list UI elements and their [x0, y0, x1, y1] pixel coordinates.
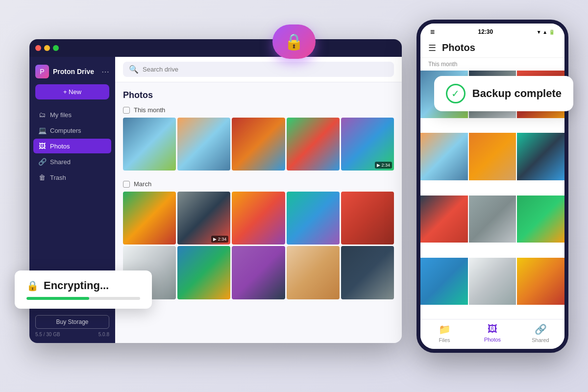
- minimize-dot[interactable]: [44, 45, 50, 51]
- sidebar-label-trash: Trash: [50, 174, 66, 181]
- phone-navbar: 📁 Files 🖼 Photos 🔗 Shared: [420, 319, 564, 349]
- hamburger-icon[interactable]: ☰: [428, 43, 436, 53]
- phone-statusbar: ☰ 12:30 ▼ ▲ 🔋: [420, 24, 564, 38]
- buy-storage-button[interactable]: Buy Storage: [35, 315, 109, 329]
- progress-bar-background: [26, 297, 140, 300]
- photo-cell[interactable]: [341, 246, 394, 299]
- sidebar-label-computers: Computers: [50, 127, 81, 134]
- sidebar-bottom: Buy Storage 5.5 / 30 GB 5.0.8: [29, 309, 115, 343]
- backup-complete-text: Backup complete: [472, 87, 562, 100]
- app-version: 5.0.8: [98, 332, 109, 337]
- encrypting-header: 🔒 Encrypting...: [26, 279, 140, 292]
- apps-grid-icon[interactable]: ⋯: [101, 67, 109, 76]
- computers-icon: 💻: [38, 126, 46, 134]
- close-dot[interactable]: [35, 45, 41, 51]
- phone-photo[interactable]: [469, 133, 516, 180]
- phone-nav-files[interactable]: 📁 Files: [420, 323, 468, 343]
- sidebar-item-trash[interactable]: 🗑 Trash: [33, 170, 111, 185]
- phone-photo[interactable]: [469, 196, 516, 243]
- trash-icon: 🗑: [38, 173, 46, 181]
- sidebar-item-photos[interactable]: 🖼 Photos: [33, 139, 111, 153]
- toolbar: 🔍: [115, 57, 402, 82]
- phone-shared-icon: 🔗: [535, 323, 547, 335]
- photo-cell[interactable]: [287, 118, 340, 171]
- phone-photo[interactable]: [420, 196, 468, 243]
- photo-cell[interactable]: ▶ 2:34: [341, 118, 394, 171]
- signal-battery-icons: ▼ ▲ 🔋: [537, 29, 555, 35]
- march-label: March: [134, 180, 151, 188]
- this-month-header: This month: [123, 106, 394, 114]
- photos-section: Photos This month ▶ 2:34: [115, 82, 402, 343]
- photos-section-title: Photos: [123, 90, 394, 100]
- phone-files-icon: 📁: [439, 323, 451, 335]
- sidebar-label-photos: Photos: [50, 143, 70, 150]
- phone-photo[interactable]: [420, 133, 468, 180]
- sidebar-item-computers[interactable]: 💻 Computers: [33, 123, 111, 138]
- titlebar: [29, 39, 402, 57]
- maximize-dot[interactable]: [53, 45, 59, 51]
- photo-cell[interactable]: [232, 118, 285, 171]
- phone-time: 12:30: [478, 28, 493, 35]
- progress-bar-fill: [26, 297, 89, 300]
- photo-cell[interactable]: ▶ 2:34: [177, 192, 230, 245]
- sidebar-label-shared: Shared: [50, 158, 71, 166]
- phone-topbar: ☰ Photos: [420, 38, 564, 58]
- phone-photo[interactable]: [517, 258, 564, 305]
- photos-icon: 🖼: [38, 142, 46, 150]
- sidebar-label-my-files: My files: [50, 111, 72, 119]
- sidebar-nav: 🗂 My files 💻 Computers 🖼 Photos 🔗 Shared…: [29, 107, 115, 185]
- phone-nav-photos[interactable]: 🖼 Photos: [468, 323, 516, 343]
- photo-cell[interactable]: [341, 192, 394, 245]
- sidebar-item-my-files[interactable]: 🗂 My files: [33, 107, 111, 122]
- sidebar-item-shared[interactable]: 🔗 Shared: [33, 154, 111, 169]
- storage-used: 5.5 / 30 GB: [35, 332, 60, 337]
- march-photo-grid: ▶ 2:34: [123, 192, 394, 299]
- search-input[interactable]: [143, 66, 388, 73]
- logo-icon: P: [40, 68, 44, 75]
- march-checkbox[interactable]: [123, 181, 130, 188]
- photo-cell[interactable]: [232, 246, 285, 299]
- photo-cell[interactable]: [123, 192, 176, 245]
- photo-badge: ▶ 2:34: [211, 236, 228, 243]
- search-bar[interactable]: 🔍: [123, 62, 394, 77]
- lock-icon: 🔒: [284, 32, 304, 51]
- phone-nav-shared-label: Shared: [532, 337, 549, 343]
- this-month-label: This month: [134, 106, 165, 114]
- phone-photo[interactable]: [420, 258, 468, 305]
- lock-overlay: 🔒: [272, 24, 316, 59]
- phone-photo[interactable]: [469, 258, 516, 305]
- this-month-photo-grid: ▶ 2:34: [123, 118, 394, 171]
- march-header: March: [123, 180, 394, 188]
- this-month-checkbox[interactable]: [123, 107, 130, 114]
- shared-icon: 🔗: [38, 158, 46, 166]
- lock-pill: 🔒: [272, 24, 316, 59]
- phone-photo[interactable]: [517, 133, 564, 180]
- my-files-icon: 🗂: [38, 111, 46, 119]
- this-month-group: This month ▶ 2:34: [123, 106, 394, 171]
- photo-cell[interactable]: [177, 118, 230, 171]
- photo-cell[interactable]: [287, 192, 340, 245]
- encrypting-toast: 🔒 Encrypting...: [15, 270, 152, 309]
- phone-nav-shared[interactable]: 🔗 Shared: [516, 323, 564, 343]
- storage-info: 5.5 / 30 GB 5.0.8: [35, 332, 109, 337]
- photo-cell[interactable]: [177, 246, 230, 299]
- backup-success-icon: ✓: [446, 84, 466, 103]
- phone-nav-files-label: Files: [439, 337, 450, 343]
- photo-cell[interactable]: [287, 246, 340, 299]
- phone-photo[interactable]: [517, 196, 564, 243]
- march-group: March ▶ 2:34: [123, 180, 394, 299]
- checkmark-icon: ✓: [451, 88, 460, 99]
- phone-nav-photos-label: Photos: [484, 337, 501, 343]
- backup-complete-toast: ✓ Backup complete: [434, 76, 573, 111]
- mobile-phone: ☰ 12:30 ▼ ▲ 🔋 ☰ Photos This month 📁 File…: [416, 20, 568, 353]
- photo-cell[interactable]: [232, 192, 285, 245]
- encrypting-lock-icon: 🔒: [26, 280, 39, 292]
- search-icon: 🔍: [129, 65, 139, 74]
- phone-photos-icon: 🖼: [488, 323, 497, 335]
- proton-logo: P: [35, 65, 49, 78]
- sidebar-app-title: Proton Drive: [53, 68, 94, 75]
- new-button[interactable]: + New: [35, 84, 109, 99]
- photo-cell[interactable]: [123, 118, 176, 171]
- sidebar-header: P Proton Drive ⋯: [29, 57, 115, 84]
- main-content: 🔍 Photos This month: [115, 57, 402, 343]
